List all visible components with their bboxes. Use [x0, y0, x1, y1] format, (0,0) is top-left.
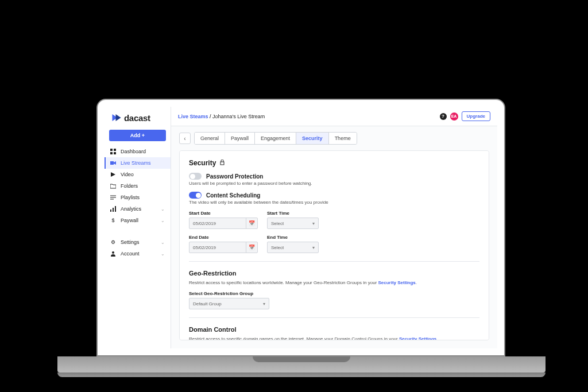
folder-icon — [110, 183, 116, 189]
geo-group-select[interactable]: Default Group ▾ — [189, 298, 269, 309]
app-window: dacast Add + Dashboard Live Streams Vide… — [105, 107, 497, 348]
logo-icon — [111, 112, 122, 123]
svg-rect-8 — [110, 209, 111, 212]
end-time-placeholder: Select — [271, 245, 284, 250]
end-date-label: End Date — [189, 235, 258, 240]
svg-rect-0 — [110, 149, 113, 151]
section-title-security: Security — [189, 159, 479, 167]
chevron-down-icon: ⌄ — [161, 218, 165, 223]
svg-rect-10 — [115, 206, 116, 212]
calendar-icon: 📅 — [246, 242, 257, 253]
sidebar-item-paywall[interactable]: $ Paywall ⌄ — [105, 215, 171, 226]
sidebar-item-label: Settings — [121, 239, 140, 245]
security-settings-link[interactable]: Security Settings — [378, 280, 415, 285]
sidebar-item-analytics[interactable]: Analytics ⌄ — [105, 203, 171, 215]
content-scheduling-toggle[interactable] — [189, 192, 202, 199]
svg-rect-9 — [113, 208, 114, 212]
geo-group-label: Select Geo-Restriction Group — [189, 291, 479, 296]
start-date-value: 05/02/2019 — [193, 221, 216, 226]
password-protection-label: Password Protection — [206, 173, 263, 180]
sidebar-item-account[interactable]: Account ⌄ — [105, 248, 171, 259]
sidebar-item-label: Video — [121, 172, 134, 177]
divider — [189, 317, 479, 318]
section-title-label: Security — [189, 159, 216, 167]
end-date-input[interactable]: 05/02/2019 📅 — [189, 242, 258, 253]
main: Live Steams / Johanna's Live Stream ? EA… — [171, 107, 497, 348]
sidebar-item-label: Analytics — [121, 206, 141, 212]
breadcrumb-separator: / — [208, 114, 213, 119]
avatar[interactable]: EA — [450, 112, 458, 121]
play-icon — [110, 172, 116, 177]
nav-group-bottom: ⚙ Settings ⌄ Account ⌄ — [105, 236, 171, 259]
start-time-label: Start Time — [267, 211, 319, 216]
start-time-select[interactable]: Select ▾ — [267, 218, 319, 229]
breadcrumb-link[interactable]: Live Steams — [178, 114, 208, 119]
domain-control-title: Domain Control — [189, 326, 479, 333]
playlist-icon — [110, 195, 116, 200]
tabs: General Paywall Engagement Security Them… — [194, 132, 357, 145]
end-time-select[interactable]: Select ▾ — [267, 242, 319, 253]
laptop-feet — [57, 372, 546, 377]
password-protection-row: Password Protection — [189, 173, 479, 180]
breadcrumb: Live Steams / Johanna's Live Stream — [178, 114, 265, 119]
svg-rect-4 — [110, 161, 114, 165]
sidebar-item-label: Folders — [121, 183, 138, 189]
svg-rect-1 — [114, 149, 116, 151]
topbar: Live Steams / Johanna's Live Stream ? EA… — [171, 107, 497, 126]
help-icon[interactable]: ? — [440, 113, 447, 120]
sidebar-item-settings[interactable]: ⚙ Settings ⌄ — [105, 236, 171, 248]
tab-engagement[interactable]: Engagement — [255, 133, 296, 144]
chevron-down-icon: ▾ — [309, 245, 318, 250]
content-scheduling-label: Content Scheduling — [206, 192, 260, 199]
dollar-icon: $ — [110, 218, 116, 223]
back-button[interactable]: ‹ — [179, 133, 191, 144]
laptop-notch — [253, 356, 350, 362]
geo-group-value: Default Group — [193, 301, 222, 306]
chevron-down-icon: ▾ — [260, 301, 269, 306]
end-time-field: End Time Select ▾ — [267, 235, 319, 253]
tab-general[interactable]: General — [195, 133, 225, 144]
topbar-right: ? EA Upgrade — [440, 111, 490, 121]
sidebar-item-label: Playlists — [121, 195, 140, 200]
end-date-field: End Date 05/02/2019 📅 — [189, 235, 258, 253]
sidebar-item-folders[interactable]: Folders — [105, 180, 171, 192]
start-time-field: Start Time Select ▾ — [267, 211, 319, 229]
tabs-row: ‹ General Paywall Engagement Security Th… — [171, 126, 497, 150]
logo-text: dacast — [124, 113, 150, 123]
divider — [189, 261, 479, 262]
upgrade-button[interactable]: Upgrade — [462, 111, 490, 121]
tab-paywall[interactable]: Paywall — [225, 133, 255, 144]
svg-rect-12 — [220, 162, 224, 165]
chevron-down-icon: ⌄ — [161, 251, 165, 257]
tab-theme[interactable]: Theme — [329, 133, 357, 144]
security-settings-link[interactable]: Security Settings — [399, 336, 436, 340]
gear-icon: ⚙ — [110, 239, 116, 245]
end-row: End Date 05/02/2019 📅 End Time Select ▾ — [189, 235, 479, 253]
sidebar-item-dashboard[interactable]: Dashboard — [105, 146, 171, 157]
start-date-field: Start Date 05/02/2019 📅 — [189, 211, 258, 229]
password-protection-toggle[interactable] — [189, 173, 202, 180]
sidebar-item-label: Account — [121, 251, 140, 257]
svg-rect-3 — [114, 152, 116, 154]
start-time-placeholder: Select — [271, 221, 284, 226]
chevron-down-icon: ▾ — [309, 221, 318, 226]
sidebar-item-video[interactable]: Video — [105, 169, 171, 180]
sidebar-item-live-streams[interactable]: Live Streams — [105, 157, 171, 169]
tab-security[interactable]: Security — [296, 133, 329, 144]
sidebar-item-playlists[interactable]: Playlists — [105, 192, 171, 203]
add-button[interactable]: Add + — [109, 130, 166, 141]
laptop-frame: dacast Add + Dashboard Live Streams Vide… — [96, 99, 505, 356]
calendar-icon: 📅 — [246, 218, 257, 228]
chevron-left-icon: ‹ — [184, 135, 185, 142]
start-date-input[interactable]: 05/02/2019 📅 — [189, 218, 258, 229]
logo: dacast — [105, 107, 171, 127]
content-scheduling-row: Content Scheduling — [189, 192, 479, 199]
dashboard-icon — [110, 149, 116, 154]
end-date-value: 05/02/2019 — [193, 245, 216, 250]
domain-control-helper: Restrict access to specific domain names… — [189, 336, 479, 340]
nav-group-main: Dashboard Live Streams Video Folders Pla… — [105, 146, 171, 226]
svg-rect-2 — [110, 152, 113, 154]
chevron-down-icon: ⌄ — [161, 207, 165, 212]
start-date-label: Start Date — [189, 211, 258, 216]
analytics-icon — [110, 206, 116, 212]
